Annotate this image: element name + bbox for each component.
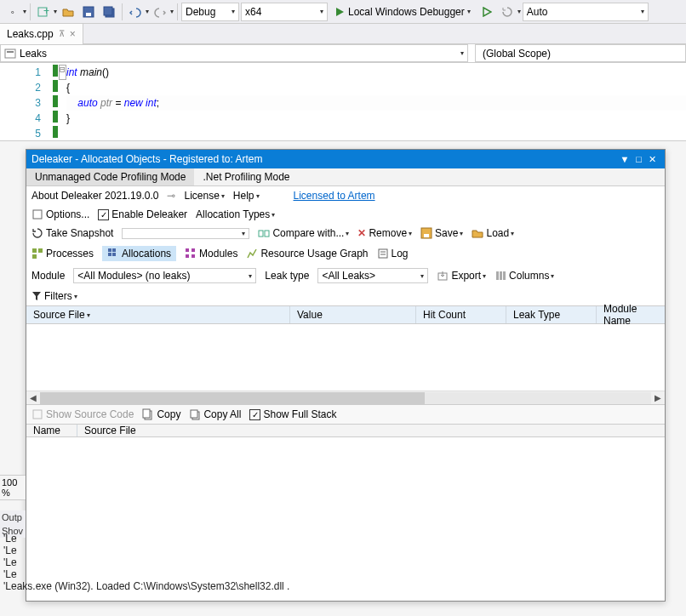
- dropdown-arrow-icon[interactable]: ▾: [517, 8, 521, 15]
- svg-rect-16: [108, 248, 111, 252]
- svg-rect-24: [379, 249, 387, 258]
- document-tabs: Leaks.cpp ⊼ ×: [0, 24, 686, 44]
- module-label: Module: [31, 270, 65, 282]
- left-edge: 100 % Outp Shov: [0, 475, 26, 538]
- show-source-button[interactable]: Show Source Code: [31, 408, 134, 420]
- copy-all-button[interactable]: Copy All: [189, 408, 241, 420]
- svg-rect-5: [104, 7, 112, 15]
- maximize-icon[interactable]: □: [632, 154, 645, 164]
- log-tab[interactable]: Log: [377, 248, 409, 260]
- nav-back-icon[interactable]: ◦: [3, 3, 22, 21]
- allocations-tab[interactable]: Allocations: [102, 246, 176, 261]
- tab-label: Leaks.cpp: [7, 28, 54, 40]
- svg-rect-6: [5, 49, 15, 58]
- save-icon[interactable]: [79, 3, 98, 21]
- profiling-mode-tabs: Unmanaged Code Profiling Mode .Net Profi…: [26, 168, 665, 186]
- snapshot-combo[interactable]: ▾: [122, 228, 249, 239]
- svg-rect-7: [7, 51, 14, 53]
- filters-button[interactable]: Filters ▾: [31, 290, 77, 302]
- licensed-to-link[interactable]: Licensed to Artem: [294, 190, 375, 202]
- svg-rect-8: [33, 210, 42, 219]
- processes-tab[interactable]: Processes: [31, 248, 94, 260]
- resource-graph-tab[interactable]: Resource Usage Graph: [246, 248, 368, 260]
- svg-rect-22: [186, 254, 189, 258]
- dropdown-arrow-icon[interactable]: ▾: [23, 8, 26, 15]
- horizontal-scrollbar[interactable]: ◀ ▶: [26, 391, 665, 404]
- auto-combo[interactable]: Auto▾: [523, 3, 649, 21]
- module-combo[interactable]: <All Modules> (no leaks)▾: [73, 268, 256, 283]
- col-hit-count[interactable]: Hit Count: [416, 306, 506, 323]
- enable-deleaker-checkbox[interactable]: ✓Enable Deleaker: [98, 208, 187, 220]
- platform-combo[interactable]: x64▾: [241, 3, 328, 21]
- dropdown-arrow-icon[interactable]: ▾: [146, 8, 149, 15]
- scope-bar: Leaks ▾ (Global Scope): [0, 44, 686, 63]
- svg-rect-23: [192, 254, 195, 258]
- leak-type-label: Leak type: [265, 270, 309, 282]
- file-tab-leaks[interactable]: Leaks.cpp ⊼ ×: [0, 24, 83, 44]
- svg-rect-12: [424, 234, 429, 237]
- help-menu[interactable]: Help ▾: [233, 190, 260, 202]
- modules-tab[interactable]: Modules: [185, 248, 237, 260]
- col-name[interactable]: Name: [26, 425, 77, 436]
- svg-rect-31: [33, 410, 42, 419]
- scope-global-combo[interactable]: (Global Scope): [475, 44, 686, 62]
- save-button[interactable]: Save ▾: [420, 227, 463, 239]
- license-menu[interactable]: License ▾: [184, 190, 224, 202]
- svg-rect-17: [112, 248, 116, 252]
- dropdown-arrow-icon[interactable]: ▾: [170, 8, 174, 15]
- start-without-debug-icon[interactable]: [477, 3, 496, 21]
- close-icon[interactable]: ✕: [645, 154, 660, 165]
- show-full-stack-checkbox[interactable]: ✓Show Full Stack: [249, 408, 336, 420]
- refresh-icon[interactable]: [498, 3, 517, 21]
- code-content[interactable]: int main() { auto ptr = new int; }: [66, 63, 686, 140]
- svg-text:+: +: [43, 6, 49, 17]
- start-debugger-button[interactable]: Local Windows Debugger ▾: [329, 3, 476, 21]
- tab-unmanaged[interactable]: Unmanaged Code Profiling Mode: [26, 168, 194, 185]
- svg-rect-21: [192, 248, 195, 252]
- svg-rect-10: [265, 231, 269, 237]
- tab-net[interactable]: .Net Profiling Mode: [194, 168, 298, 185]
- col-value[interactable]: Value: [290, 306, 416, 323]
- stack-table-header: Name Source File: [26, 425, 665, 437]
- allocations-table-body[interactable]: [26, 324, 665, 391]
- col-leak-type[interactable]: Leak Type: [506, 306, 597, 323]
- new-item-icon[interactable]: +: [34, 3, 53, 21]
- allocations-table-header: Source File ▾ Value Hit Count Leak Type …: [26, 305, 665, 324]
- undo-icon[interactable]: [126, 3, 145, 21]
- pin-icon[interactable]: ⊼: [59, 29, 65, 38]
- export-button[interactable]: Export ▾: [437, 270, 486, 282]
- scope-file-combo[interactable]: Leaks ▾: [0, 44, 468, 62]
- output-window[interactable]: 'Le 'Le 'Le 'Le 'Leaks.exe (Win32). Load…: [3, 533, 289, 592]
- redo-icon[interactable]: [151, 3, 169, 21]
- deleaker-titlebar[interactable]: Deleaker - Allocated Objects - Registere…: [26, 150, 665, 168]
- output-tab-label[interactable]: Outp: [0, 510, 26, 524]
- copy-button[interactable]: Copy: [142, 408, 180, 420]
- leak-type-combo[interactable]: <All Leaks>▾: [317, 268, 428, 283]
- svg-rect-20: [186, 248, 189, 252]
- svg-rect-28: [496, 271, 499, 280]
- take-snapshot-button[interactable]: Take Snapshot: [31, 227, 113, 239]
- change-markers: ⊟: [51, 63, 66, 140]
- svg-rect-29: [500, 271, 502, 280]
- save-all-icon[interactable]: [100, 3, 118, 21]
- col-module-name[interactable]: Module Name: [597, 306, 665, 323]
- about-link[interactable]: About Deleaker 2021.19.0.0: [31, 190, 158, 202]
- close-icon[interactable]: ×: [70, 28, 76, 40]
- compare-button[interactable]: Compare with... ▾: [258, 227, 349, 239]
- col-source-file[interactable]: Source File ▾: [26, 306, 290, 323]
- panel-title: Deleaker - Allocated Objects - Registere…: [31, 153, 262, 165]
- columns-button[interactable]: Columns ▾: [494, 270, 554, 282]
- code-editor[interactable]: 1 2 3 4 5 ⊟ int main() { auto ptr = new …: [0, 63, 686, 141]
- svg-rect-3: [86, 13, 91, 16]
- svg-rect-15: [32, 254, 37, 259]
- options-button[interactable]: Options...: [31, 208, 89, 220]
- remove-button[interactable]: ✕Remove ▾: [357, 227, 412, 239]
- dropdown-icon[interactable]: ▼: [616, 154, 632, 164]
- allocation-types-menu[interactable]: Allocation Types ▾: [196, 208, 275, 220]
- open-icon[interactable]: [59, 3, 77, 21]
- col-source-file-2[interactable]: Source File: [77, 425, 665, 436]
- dropdown-arrow-icon[interactable]: ▾: [54, 8, 57, 15]
- load-button[interactable]: Load ▾: [472, 227, 514, 239]
- zoom-level[interactable]: 100 %: [0, 475, 26, 500]
- config-combo[interactable]: Debug▾: [181, 3, 239, 21]
